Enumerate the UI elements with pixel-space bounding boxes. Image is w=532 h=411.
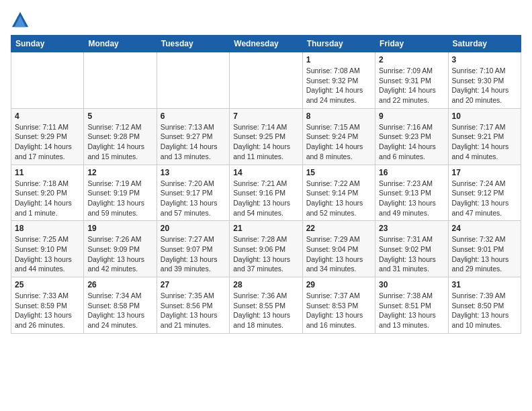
day-info: Sunrise: 7:34 AM Sunset: 8:58 PM Dayligh… — [87, 291, 152, 330]
calendar-cell: 21Sunrise: 7:28 AM Sunset: 9:06 PM Dayli… — [230, 221, 302, 277]
calendar-cell: 15Sunrise: 7:22 AM Sunset: 9:14 PM Dayli… — [302, 165, 375, 221]
day-info: Sunrise: 7:39 AM Sunset: 8:50 PM Dayligh… — [452, 291, 517, 330]
day-number: 2 — [379, 55, 444, 64]
day-info: Sunrise: 7:10 AM Sunset: 9:30 PM Dayligh… — [452, 66, 517, 105]
day-info: Sunrise: 7:32 AM Sunset: 9:01 PM Dayligh… — [452, 234, 517, 274]
day-info: Sunrise: 7:16 AM Sunset: 9:23 PM Dayligh… — [379, 122, 444, 162]
day-info: Sunrise: 7:26 AM Sunset: 9:09 PM Dayligh… — [87, 234, 152, 274]
day-number: 24 — [452, 224, 517, 233]
day-number: 26 — [87, 280, 152, 289]
calendar-cell: 31Sunrise: 7:39 AM Sunset: 8:50 PM Dayli… — [448, 277, 521, 334]
day-info: Sunrise: 7:33 AM Sunset: 8:59 PM Dayligh… — [15, 291, 80, 330]
day-number: 30 — [379, 280, 444, 289]
weekday-header-friday: Friday — [375, 36, 448, 52]
calendar-cell: 7Sunrise: 7:14 AM Sunset: 9:25 PM Daylig… — [230, 108, 302, 165]
day-number: 21 — [233, 224, 298, 233]
logo-icon — [11, 11, 30, 30]
calendar-cell: 28Sunrise: 7:36 AM Sunset: 8:55 PM Dayli… — [230, 277, 302, 334]
day-info: Sunrise: 7:37 AM Sunset: 8:53 PM Dayligh… — [306, 291, 371, 330]
calendar-cell: 14Sunrise: 7:21 AM Sunset: 9:16 PM Dayli… — [230, 165, 302, 221]
weekday-header-sunday: Sunday — [11, 36, 84, 52]
day-info: Sunrise: 7:11 AM Sunset: 9:29 PM Dayligh… — [15, 122, 80, 162]
calendar-cell: 18Sunrise: 7:25 AM Sunset: 9:10 PM Dayli… — [11, 221, 84, 277]
day-number: 5 — [87, 111, 152, 121]
calendar-cell: 17Sunrise: 7:24 AM Sunset: 9:12 PM Dayli… — [448, 165, 521, 221]
day-number: 31 — [452, 280, 517, 289]
calendar-cell: 26Sunrise: 7:34 AM Sunset: 8:58 PM Dayli… — [84, 277, 157, 334]
day-number: 20 — [161, 224, 226, 233]
day-info: Sunrise: 7:12 AM Sunset: 9:28 PM Dayligh… — [87, 122, 152, 162]
day-info: Sunrise: 7:17 AM Sunset: 9:21 PM Dayligh… — [452, 122, 517, 162]
day-number: 14 — [233, 168, 298, 177]
calendar-cell: 12Sunrise: 7:19 AM Sunset: 9:19 PM Dayli… — [84, 165, 157, 221]
calendar-cell: 25Sunrise: 7:33 AM Sunset: 8:59 PM Dayli… — [11, 277, 84, 334]
day-number: 16 — [379, 168, 444, 177]
calendar-cell: 30Sunrise: 7:38 AM Sunset: 8:51 PM Dayli… — [375, 277, 448, 334]
day-info: Sunrise: 7:36 AM Sunset: 8:55 PM Dayligh… — [233, 291, 298, 330]
logo — [11, 11, 32, 30]
calendar-cell — [230, 52, 302, 109]
day-number: 12 — [87, 168, 152, 177]
day-number: 29 — [306, 280, 371, 289]
weekday-header-monday: Monday — [84, 36, 157, 52]
day-number: 25 — [15, 280, 80, 289]
day-info: Sunrise: 7:20 AM Sunset: 9:17 PM Dayligh… — [161, 179, 226, 218]
week-row-1: 1Sunrise: 7:08 AM Sunset: 9:32 PM Daylig… — [11, 52, 521, 109]
day-number: 9 — [379, 111, 444, 121]
calendar-cell: 2Sunrise: 7:09 AM Sunset: 9:31 PM Daylig… — [375, 52, 448, 109]
calendar-cell: 13Sunrise: 7:20 AM Sunset: 9:17 PM Dayli… — [157, 165, 229, 221]
calendar-cell: 24Sunrise: 7:32 AM Sunset: 9:01 PM Dayli… — [448, 221, 521, 277]
day-number: 28 — [233, 280, 298, 289]
day-number: 17 — [452, 168, 517, 177]
day-info: Sunrise: 7:31 AM Sunset: 9:02 PM Dayligh… — [379, 234, 444, 274]
calendar-table: SundayMondayTuesdayWednesdayThursdayFrid… — [11, 35, 521, 334]
day-number: 8 — [306, 111, 371, 121]
weekday-header-row: SundayMondayTuesdayWednesdayThursdayFrid… — [11, 36, 521, 52]
day-number: 7 — [233, 111, 298, 121]
day-info: Sunrise: 7:29 AM Sunset: 9:04 PM Dayligh… — [306, 234, 371, 274]
day-number: 10 — [452, 111, 517, 121]
calendar-cell: 22Sunrise: 7:29 AM Sunset: 9:04 PM Dayli… — [302, 221, 375, 277]
day-number: 6 — [161, 111, 226, 121]
day-info: Sunrise: 7:22 AM Sunset: 9:14 PM Dayligh… — [306, 179, 371, 218]
week-row-5: 25Sunrise: 7:33 AM Sunset: 8:59 PM Dayli… — [11, 277, 521, 334]
day-info: Sunrise: 7:23 AM Sunset: 9:13 PM Dayligh… — [379, 179, 444, 218]
day-number: 11 — [15, 168, 80, 177]
day-info: Sunrise: 7:18 AM Sunset: 9:20 PM Dayligh… — [15, 179, 80, 218]
calendar-cell: 29Sunrise: 7:37 AM Sunset: 8:53 PM Dayli… — [302, 277, 375, 334]
calendar-cell: 19Sunrise: 7:26 AM Sunset: 9:09 PM Dayli… — [84, 221, 157, 277]
day-number: 19 — [87, 224, 152, 233]
calendar-cell: 3Sunrise: 7:10 AM Sunset: 9:30 PM Daylig… — [448, 52, 521, 109]
weekday-header-saturday: Saturday — [448, 36, 521, 52]
day-info: Sunrise: 7:35 AM Sunset: 8:56 PM Dayligh… — [161, 291, 226, 330]
weekday-header-wednesday: Wednesday — [230, 36, 302, 52]
day-info: Sunrise: 7:08 AM Sunset: 9:32 PM Dayligh… — [306, 66, 371, 105]
calendar-cell: 5Sunrise: 7:12 AM Sunset: 9:28 PM Daylig… — [84, 108, 157, 165]
day-info: Sunrise: 7:19 AM Sunset: 9:19 PM Dayligh… — [87, 179, 152, 218]
day-info: Sunrise: 7:15 AM Sunset: 9:24 PM Dayligh… — [306, 122, 371, 162]
day-info: Sunrise: 7:09 AM Sunset: 9:31 PM Dayligh… — [379, 66, 444, 105]
calendar-cell: 1Sunrise: 7:08 AM Sunset: 9:32 PM Daylig… — [302, 52, 375, 109]
day-number: 15 — [306, 168, 371, 177]
day-number: 1 — [306, 55, 371, 64]
day-info: Sunrise: 7:28 AM Sunset: 9:06 PM Dayligh… — [233, 234, 298, 274]
day-number: 23 — [379, 224, 444, 233]
calendar-cell: 4Sunrise: 7:11 AM Sunset: 9:29 PM Daylig… — [11, 108, 84, 165]
week-row-4: 18Sunrise: 7:25 AM Sunset: 9:10 PM Dayli… — [11, 221, 521, 277]
day-number: 27 — [161, 280, 226, 289]
week-row-2: 4Sunrise: 7:11 AM Sunset: 9:29 PM Daylig… — [11, 108, 521, 165]
day-number: 3 — [452, 55, 517, 64]
calendar-cell: 16Sunrise: 7:23 AM Sunset: 9:13 PM Dayli… — [375, 165, 448, 221]
day-info: Sunrise: 7:21 AM Sunset: 9:16 PM Dayligh… — [233, 179, 298, 218]
calendar-cell: 23Sunrise: 7:31 AM Sunset: 9:02 PM Dayli… — [375, 221, 448, 277]
calendar-cell: 10Sunrise: 7:17 AM Sunset: 9:21 PM Dayli… — [448, 108, 521, 165]
day-info: Sunrise: 7:13 AM Sunset: 9:27 PM Dayligh… — [161, 122, 226, 162]
calendar-cell — [11, 52, 84, 109]
day-info: Sunrise: 7:25 AM Sunset: 9:10 PM Dayligh… — [15, 234, 80, 274]
calendar-cell — [84, 52, 157, 109]
weekday-header-thursday: Thursday — [302, 36, 375, 52]
weekday-header-tuesday: Tuesday — [157, 36, 229, 52]
day-number: 4 — [15, 111, 80, 121]
page-header — [11, 11, 521, 30]
calendar-cell: 6Sunrise: 7:13 AM Sunset: 9:27 PM Daylig… — [157, 108, 229, 165]
